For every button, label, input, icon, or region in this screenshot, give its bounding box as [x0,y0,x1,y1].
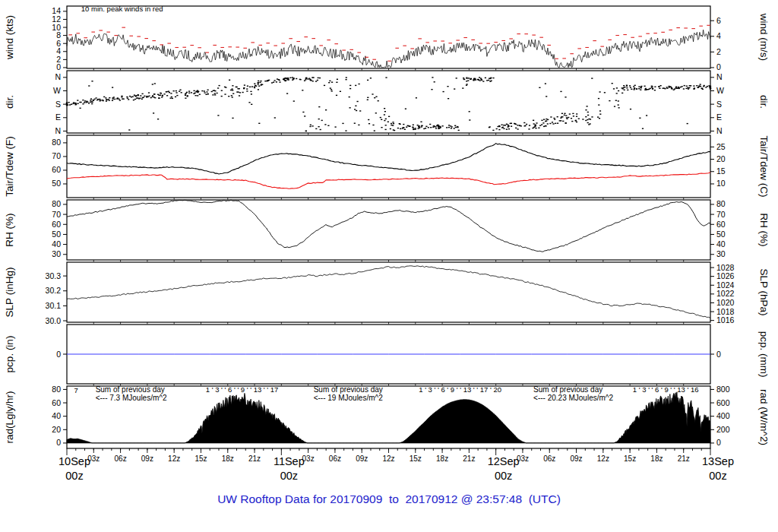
dir-dot [477,79,479,80]
dir-dot [429,124,431,125]
dir-dot [91,81,93,81]
dir-dot [403,127,404,128]
panel-rh: 304050607080304050607080RH (%)RH (%) [4,199,770,261]
dir-dot [337,79,338,80]
panel-annotation: 7 [74,386,77,394]
dir-dot [375,97,377,97]
dir-dot [217,87,219,88]
dir-dot [119,99,120,100]
dir-dot [587,115,589,116]
left-tick-label: 6 [56,39,61,48]
dir-dot [526,124,527,125]
hour-label: 06z [115,454,127,463]
dir-dot [359,84,360,84]
dir-dot [498,129,500,130]
dir-dot [162,95,163,96]
dir-dot [486,80,488,81]
dir-dot [463,78,464,78]
dir-dot [546,125,547,126]
left-tick-label: S [55,100,61,109]
dir-dot [247,86,248,87]
hour-label: 18z [436,454,448,463]
dir-dot [304,116,305,116]
dir-dot [384,120,385,121]
dir-dot [669,86,670,87]
dir-dot [571,118,572,119]
panel-rad: 0204060800200400600800rad(Lgly/hr)rad (W… [4,385,770,451]
panel-wind: 024681012140246wind (kts)wind (m/s)10 mi… [4,5,770,71]
dir-dot [613,88,615,89]
dir-dot [293,78,294,79]
dir-dot [467,80,469,81]
dir-dot [179,90,181,90]
dir-dot [100,100,102,100]
dir-dot [688,87,689,88]
dir-dot [335,126,337,127]
left-tick-label: 80 [52,385,61,394]
dir-dot [217,93,218,93]
dir-dot [636,88,637,89]
dir-dot [433,125,435,126]
dir-dot [425,126,427,127]
dir-dot [435,128,437,128]
dir-dot [153,93,155,94]
dir-dot [195,95,197,96]
dir-dot [368,119,369,120]
dir-dot [549,123,551,124]
dir-dot [554,119,555,119]
dir-dot [462,87,463,88]
dir-dot [489,126,491,127]
panel-annotation: 1 ' 3 ' ' 6 ' ' 9 ' ' 13 ' ' 17 [206,385,279,394]
dir-dot [533,123,535,124]
dir-dot [391,123,392,124]
dir-dot [324,85,325,86]
dir-dot [463,79,465,80]
panel-annotation: Sum of previous day [533,385,602,394]
dir-dot [702,89,704,90]
dir-dot [261,84,263,85]
dir-dot [658,86,659,87]
dir-dot [420,122,422,122]
dir-dot [623,85,625,86]
dir-dot [336,82,337,83]
dir-dot [638,86,640,87]
dir-dot [185,98,186,99]
dir-dot [81,102,82,103]
dir-dot [630,87,631,88]
dir-dot [578,119,580,119]
dir-dot [696,85,697,86]
dir-dot [106,100,108,100]
dir-dot [634,87,635,88]
left-tick-label: 60 [52,165,61,174]
hour-label: 15z [194,454,207,463]
dir-dot [90,102,91,103]
dir-dot [514,123,515,124]
dir-dot [90,100,91,100]
dir-dot [533,120,534,121]
dir-dot [251,86,253,87]
dir-dot [305,131,307,131]
dir-dot [447,86,448,87]
dir-dot [221,96,223,97]
dir-dot [239,95,240,96]
dir-dot [77,100,78,100]
dir-dot [683,88,685,89]
dir-dot [406,127,407,128]
right-tick-label: 6 [716,16,721,25]
dir-dot [312,81,314,81]
dir-dot [112,98,114,99]
hour-label: 18z [650,454,663,463]
dir-dot [431,89,432,90]
left-tick-label: N [55,72,61,81]
dir-dot [697,87,699,87]
dir-dot [621,93,623,93]
dir-dot [340,91,341,92]
dir-dot [710,87,711,88]
dir-dot [187,95,188,96]
dir-dot [489,81,491,82]
right-tick-label: 4 [716,31,721,40]
dir-dot [552,122,553,122]
dir-dot [503,128,504,129]
axis-title-left-slp: SLP (inHg) [4,268,15,318]
dir-dot [171,97,172,97]
